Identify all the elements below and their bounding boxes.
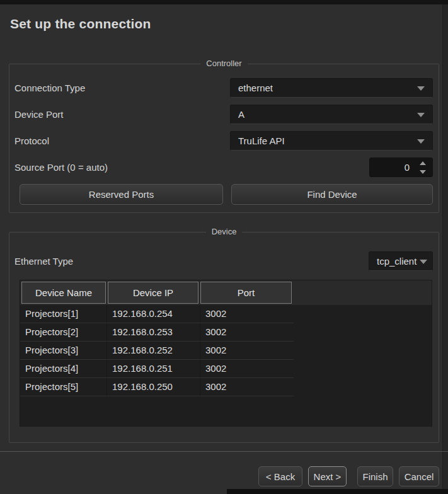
chevron-down-icon bbox=[417, 113, 425, 117]
table-row[interactable]: Projectors[1] 192.168.0.254 3002 bbox=[20, 305, 294, 323]
cell-port: 3002 bbox=[200, 360, 294, 377]
device-table[interactable]: Device Name Device IP Port Projectors[1]… bbox=[20, 280, 432, 427]
controller-group: Controller Connection Type ethernet Devi… bbox=[9, 64, 439, 213]
device-table-header: Device Name Device IP Port bbox=[20, 280, 432, 305]
ethernet-type-value: tcp_client bbox=[377, 252, 416, 270]
window-bottom-edge bbox=[227, 489, 448, 494]
source-port-label: Source Port (0 = auto) bbox=[14, 158, 108, 177]
cell-port: 3002 bbox=[200, 323, 294, 341]
device-group-legend: Device bbox=[206, 227, 243, 236]
cell-device-ip: 192.168.0.250 bbox=[107, 378, 200, 396]
table-row[interactable]: Projectors[3] 192.168.0.252 3002 bbox=[20, 342, 294, 360]
cell-device-name: Projectors[3] bbox=[20, 342, 107, 359]
spin-up-icon[interactable] bbox=[420, 161, 426, 165]
device-port-select[interactable]: A bbox=[230, 105, 433, 124]
next-button[interactable]: Next > bbox=[308, 466, 347, 486]
reserved-ports-button[interactable]: Reserved Ports bbox=[20, 184, 223, 205]
cell-device-ip: 192.168.0.252 bbox=[107, 342, 200, 359]
window-top-edge bbox=[0, 0, 448, 4]
protocol-label: Protocol bbox=[14, 131, 49, 151]
connection-type-label: Connection Type bbox=[14, 78, 85, 98]
table-row[interactable]: Projectors[5] 192.168.0.250 3002 bbox=[20, 378, 294, 396]
cell-device-name: Projectors[1] bbox=[20, 305, 107, 323]
column-header-device-name[interactable]: Device Name bbox=[21, 282, 106, 304]
finish-button[interactable]: Finish bbox=[357, 466, 393, 486]
cell-device-name: Projectors[2] bbox=[20, 323, 107, 341]
spinner-buttons bbox=[418, 160, 428, 175]
controller-group-legend: Controller bbox=[200, 59, 247, 68]
device-port-label: Device Port bbox=[14, 105, 64, 124]
source-port-spinner[interactable]: 0 bbox=[369, 158, 433, 177]
ethernet-type-select[interactable]: tcp_client bbox=[369, 251, 433, 271]
cell-device-ip: 192.168.0.251 bbox=[107, 360, 200, 377]
cancel-button[interactable]: Cancel bbox=[399, 466, 439, 486]
cell-port: 3002 bbox=[200, 305, 294, 323]
cell-device-ip: 192.168.0.253 bbox=[107, 323, 200, 341]
ethernet-type-label: Ethernet Type bbox=[14, 251, 73, 271]
device-port-value: A bbox=[238, 105, 244, 123]
window-right-edge bbox=[442, 4, 448, 494]
table-row[interactable]: Projectors[4] 192.168.0.251 3002 bbox=[20, 360, 294, 378]
chevron-down-icon bbox=[417, 86, 425, 91]
protocol-select[interactable]: TruLife API bbox=[230, 131, 433, 151]
source-port-value: 0 bbox=[405, 158, 410, 176]
column-header-device-ip[interactable]: Device IP bbox=[108, 282, 198, 304]
cell-device-ip: 192.168.0.254 bbox=[107, 305, 200, 323]
page-title: Set up the connection bbox=[10, 16, 151, 32]
cell-port: 3002 bbox=[200, 342, 294, 359]
cell-device-name: Projectors[5] bbox=[20, 378, 107, 396]
column-header-port[interactable]: Port bbox=[200, 282, 292, 304]
column-header-filler bbox=[292, 280, 432, 305]
spin-down-icon[interactable] bbox=[420, 170, 426, 174]
device-group: Device Ethernet Type tcp_client Device N… bbox=[9, 232, 439, 443]
connection-type-value: ethernet bbox=[238, 79, 273, 97]
chevron-down-icon bbox=[420, 260, 427, 264]
connection-type-select[interactable]: ethernet bbox=[230, 78, 433, 98]
table-row[interactable]: Projectors[2] 192.168.0.253 3002 bbox=[20, 323, 294, 342]
footer-divider bbox=[0, 451, 448, 452]
cell-port: 3002 bbox=[200, 378, 294, 396]
back-button[interactable]: < Back bbox=[258, 466, 302, 486]
protocol-value: TruLife API bbox=[238, 132, 285, 150]
chevron-down-icon bbox=[417, 139, 425, 144]
cell-device-name: Projectors[4] bbox=[20, 360, 107, 377]
find-device-button[interactable]: Find Device bbox=[231, 184, 433, 205]
